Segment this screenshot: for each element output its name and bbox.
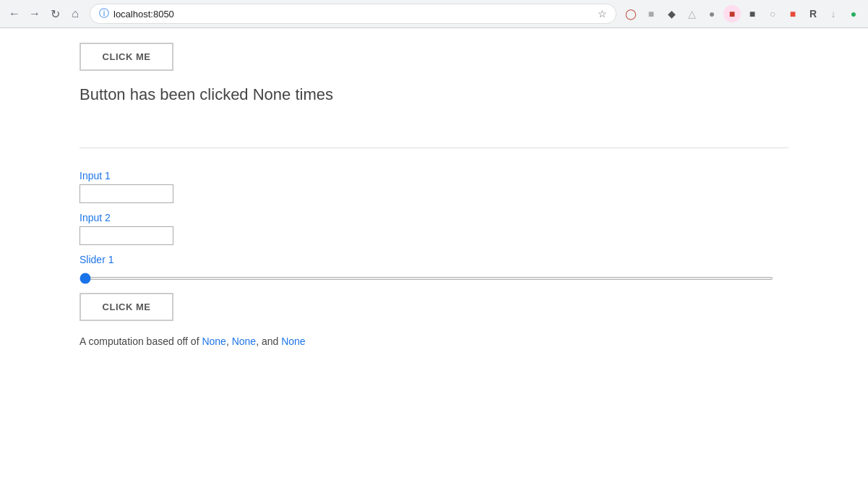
extension-icon-2[interactable]: ■ — [643, 5, 660, 22]
back-button[interactable]: ← — [6, 5, 23, 22]
reload-button[interactable]: ↻ — [46, 5, 64, 22]
extension-icon-1[interactable]: ◯ — [622, 5, 640, 22]
click-me-button-2[interactable]: CLICK ME — [80, 293, 173, 321]
url-input[interactable] — [113, 9, 593, 20]
extension-icon-11[interactable]: ↓ — [825, 5, 842, 22]
extension-icon-10[interactable]: R — [804, 5, 822, 22]
section-1: CLICK ME Button has been clicked None ti… — [80, 43, 788, 133]
input1-label: Input 1 — [80, 170, 788, 181]
computation-val1: None — [202, 335, 225, 347]
extension-icon-3[interactable]: ◆ — [663, 5, 680, 22]
extension-icon-4[interactable]: △ — [683, 5, 700, 22]
toolbar-icons: ◯ ■ ◆ △ ● ■ ■ ○ ■ R ↓ ● — [622, 5, 862, 22]
click-count-text: Button has been clicked None times — [80, 85, 788, 104]
home-button[interactable]: ⌂ — [66, 5, 84, 22]
computation-sep1: , — [226, 335, 232, 347]
slider-1[interactable] — [80, 277, 773, 280]
computation-text: A computation based off of None, None, a… — [80, 335, 788, 347]
input2-label: Input 2 — [80, 212, 788, 223]
extension-icon-7[interactable]: ■ — [744, 5, 761, 22]
computation-sep2: , and — [256, 335, 281, 347]
browser-toolbar: ← → ↻ ⌂ ⓘ ☆ ◯ ■ ◆ △ ● ■ ■ ○ ■ R ↓ ● — [0, 0, 868, 27]
computation-val2: None — [232, 335, 256, 347]
click-me-button-1[interactable]: CLICK ME — [80, 43, 173, 71]
computation-prefix: A computation based off of — [80, 335, 202, 347]
address-bar[interactable]: ⓘ ☆ — [90, 4, 616, 24]
nav-buttons: ← → ↻ ⌂ — [6, 5, 84, 22]
extension-icon-6[interactable]: ■ — [723, 5, 741, 22]
input1-field[interactable] — [80, 184, 173, 203]
forward-button[interactable]: → — [26, 5, 43, 22]
extension-icon-8[interactable]: ○ — [764, 5, 781, 22]
extension-icon-5[interactable]: ● — [703, 5, 721, 22]
page-content: CLICK ME Button has been clicked None ti… — [0, 28, 868, 483]
slider-container — [80, 270, 788, 283]
bookmark-icon[interactable]: ☆ — [598, 8, 607, 20]
extension-icon-9[interactable]: ■ — [784, 5, 802, 22]
browser-chrome: ← → ↻ ⌂ ⓘ ☆ ◯ ■ ◆ △ ● ■ ■ ○ ■ R ↓ ● — [0, 0, 868, 28]
section-2: Input 1 Input 2 Slider 1 CLICK ME A comp… — [80, 163, 788, 347]
computation-val3: None — [281, 335, 305, 347]
extension-icon-12[interactable]: ● — [845, 5, 862, 22]
slider-label: Slider 1 — [80, 254, 788, 265]
info-icon: ⓘ — [99, 7, 109, 20]
section-divider — [80, 148, 788, 148]
input2-field[interactable] — [80, 226, 173, 245]
